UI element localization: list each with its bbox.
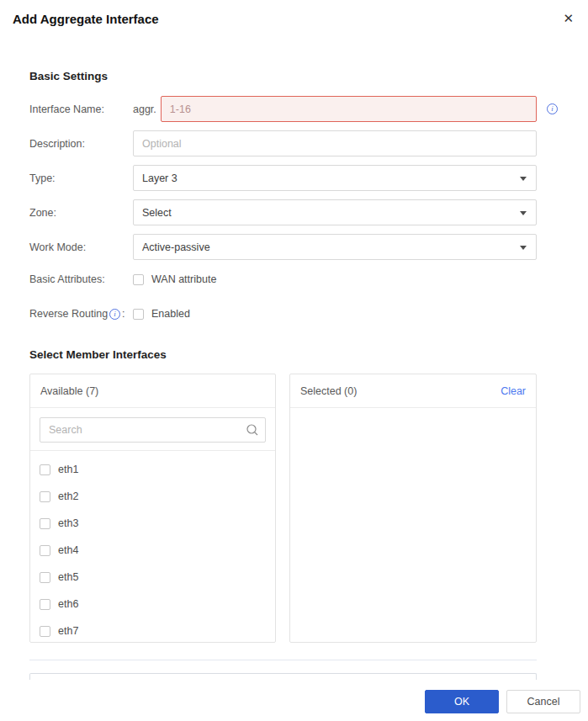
basic-attributes-row: Basic Attributes: WAN attribute: [29, 271, 537, 288]
chevron-down-icon: [520, 246, 527, 250]
eth5-checkbox[interactable]: [40, 572, 50, 583]
search-input[interactable]: [40, 417, 266, 443]
interface-label: eth5: [58, 571, 78, 583]
available-panel: Available (7) eth1: [29, 374, 276, 643]
selected-panel-header: Selected (0) Clear: [290, 374, 536, 408]
section-divider: [29, 660, 537, 660]
zone-select-value: Select: [142, 207, 172, 219]
chevron-down-icon: [520, 177, 527, 181]
reverse-routing-label-text: Reverse Routing: [29, 308, 108, 320]
selected-panel: Selected (0) Clear: [289, 374, 537, 643]
zone-select[interactable]: Select: [133, 199, 537, 225]
description-row: Description:: [29, 130, 537, 156]
cancel-button[interactable]: Cancel: [506, 690, 580, 713]
selected-panel-title: Selected (0): [300, 385, 357, 397]
work-mode-row: Work Mode: Active-passive: [29, 234, 537, 260]
close-icon[interactable]: ✕: [561, 12, 575, 25]
interface-label: eth3: [58, 517, 78, 529]
enabled-checkbox[interactable]: [133, 309, 144, 320]
interface-name-row: Interface Name: aggr. i: [29, 96, 537, 122]
reverse-routing-row: Reverse Routing i : Enabled: [29, 305, 537, 322]
eth2-checkbox[interactable]: [40, 491, 50, 502]
enabled-checkbox-label: Enabled: [151, 308, 190, 320]
add-aggregate-interface-dialog: Add Aggregate Interface ✕ Basic Settings…: [0, 0, 588, 721]
reverse-routing-label-suffix: :: [122, 308, 124, 320]
list-item[interactable]: eth4: [40, 537, 266, 564]
type-row: Type: Layer 3: [29, 165, 537, 191]
interface-label: eth7: [58, 625, 78, 637]
info-icon[interactable]: i: [547, 103, 558, 114]
interface-name-label: Interface Name:: [29, 103, 133, 115]
available-panel-title: Available (7): [40, 385, 98, 397]
interface-name-prefix: aggr.: [133, 103, 156, 115]
type-select-value: Layer 3: [142, 172, 177, 184]
list-item[interactable]: eth3: [40, 510, 266, 537]
dialog-title: Add Aggregate Interface: [13, 12, 159, 26]
list-item[interactable]: eth6: [40, 591, 266, 618]
available-panel-header: Available (7): [30, 374, 275, 408]
basic-attributes-label: Basic Attributes:: [29, 273, 133, 285]
search-icon: [246, 423, 259, 437]
available-interface-list: eth1 eth2 eth3 eth4: [30, 451, 275, 644]
eth7-checkbox[interactable]: [40, 626, 50, 637]
work-mode-select[interactable]: Active-passive: [133, 234, 537, 260]
reverse-routing-label: Reverse Routing i :: [29, 308, 133, 320]
list-item[interactable]: eth5: [40, 564, 266, 591]
type-label: Type:: [29, 172, 133, 184]
interface-label: eth2: [58, 490, 78, 502]
eth6-checkbox[interactable]: [40, 599, 50, 610]
search-section: [30, 408, 275, 451]
list-item[interactable]: eth1: [40, 456, 266, 483]
eth1-checkbox[interactable]: [40, 464, 50, 475]
dialog-header: Add Aggregate Interface ✕: [0, 0, 588, 26]
dialog-body: Basic Settings Interface Name: aggr. i D…: [0, 26, 588, 685]
basic-settings-heading: Basic Settings: [29, 70, 537, 82]
zone-label: Zone:: [29, 207, 133, 219]
wan-attribute-checkbox-label: WAN attribute: [151, 273, 216, 285]
eth4-checkbox[interactable]: [40, 545, 50, 556]
clear-link[interactable]: Clear: [501, 385, 526, 397]
member-interfaces-heading: Select Member Interfaces: [29, 348, 537, 361]
interface-label: eth1: [58, 464, 78, 475]
interface-label: eth4: [58, 544, 78, 556]
type-select[interactable]: Layer 3: [133, 165, 537, 191]
member-interfaces-panels: Available (7) eth1: [29, 374, 537, 643]
interface-name-input[interactable]: [161, 96, 537, 122]
wan-attribute-checkbox[interactable]: [133, 274, 144, 285]
list-item[interactable]: eth7: [40, 618, 266, 644]
info-icon[interactable]: i: [109, 309, 120, 320]
dialog-footer: OK Cancel: [0, 680, 588, 721]
interface-label: eth6: [58, 598, 78, 610]
work-mode-select-value: Active-passive: [142, 241, 210, 253]
description-input[interactable]: [133, 130, 537, 156]
ok-button[interactable]: OK: [425, 690, 499, 713]
description-label: Description:: [29, 138, 133, 150]
chevron-down-icon: [520, 211, 527, 215]
list-item[interactable]: eth2: [40, 483, 266, 510]
eth3-checkbox[interactable]: [40, 518, 50, 529]
zone-row: Zone: Select: [29, 199, 537, 225]
work-mode-label: Work Mode:: [29, 241, 133, 253]
